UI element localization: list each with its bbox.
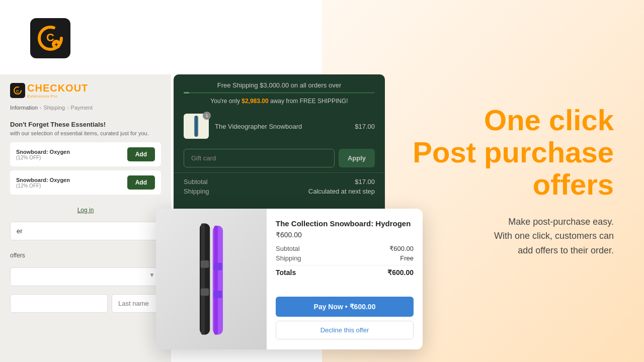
country-select[interactable] xyxy=(10,267,161,286)
modal-product-name: The Collection Snowboard: Hydrogen xyxy=(276,219,414,229)
svg-rect-11 xyxy=(214,226,218,335)
modal-grand-label: Totals xyxy=(276,268,296,277)
cart-subtotal-label: Subtotal xyxy=(184,178,208,186)
checkout-title: CHECKOUT xyxy=(27,82,88,94)
hero-line2: Post purchase xyxy=(403,136,614,168)
modal-product-price: ₹600.00 xyxy=(276,231,414,239)
shipping-away-label2: away from FREE SHIPPING! xyxy=(270,98,348,105)
product-name-1: Snowboard: Oxygen xyxy=(16,149,127,155)
checkout-logo: C CHECKOUT Extensions Pro xyxy=(10,82,88,99)
cart-snowboard-icon xyxy=(187,115,205,138)
svg-rect-9 xyxy=(201,223,205,335)
modal-subtotal-row: Subtotal ₹600.00 xyxy=(276,245,414,252)
svg-text:+: + xyxy=(54,41,58,48)
cart-item: 1 The Videographer Snowboard $17.00 xyxy=(174,109,385,144)
hero-subtitle-line2: With one click, customers can xyxy=(403,229,614,243)
modal-grand-row: Totals ₹600.00 xyxy=(276,268,414,277)
offers-label: offers xyxy=(10,252,25,259)
form-section xyxy=(0,218,171,248)
hero-subtitle-line1: Make post-purchase easy. xyxy=(403,215,614,229)
cart-shipping-value: Calculated at next step xyxy=(308,188,375,195)
add-button-1[interactable]: Add xyxy=(127,147,155,161)
gift-card-input[interactable] xyxy=(184,149,335,167)
apply-button[interactable]: Apply xyxy=(339,149,375,167)
post-purchase-modal: The Collection Snowboard: Hydrogen ₹600.… xyxy=(156,209,423,349)
product-info-1: Snowboard: Oxygen (12% OFF) xyxy=(16,149,127,160)
hero-subtitle-line3: add offers to their order. xyxy=(403,243,614,258)
modal-snowboard-icon xyxy=(171,219,252,339)
modal-actions: Pay Now • ₹600.00 Decline this offer xyxy=(276,297,414,339)
shipping-banner-text: Free Shipping $3,000.00 on all orders ov… xyxy=(184,81,375,89)
breadcrumb-sep1: › xyxy=(40,105,41,111)
hero-title: One click Post purchase offers xyxy=(403,104,614,200)
product-row-2: Snowboard: Oxygen (12% OFF) Add xyxy=(10,170,161,195)
breadcrumb-information[interactable]: Information xyxy=(10,105,38,111)
shipping-away-amount: $2,983.00 xyxy=(242,98,268,105)
cart-shipping-row: Shipping Calculated at next step xyxy=(184,188,375,195)
modal-shipping-row: Shipping Free xyxy=(276,254,414,262)
cart-totals: Subtotal $17.00 Shipping Calculated at n… xyxy=(174,172,385,202)
gift-card-row: Apply xyxy=(174,144,385,172)
offers-section: offers xyxy=(0,248,171,261)
svg-rect-15 xyxy=(214,291,222,298)
svg-rect-7 xyxy=(195,116,197,137)
svg-rect-13 xyxy=(201,288,209,296)
modal-grand-value: ₹600.00 xyxy=(387,268,414,277)
add-button-2[interactable]: Add xyxy=(127,175,155,190)
modal-shipping-value: Free xyxy=(400,254,414,262)
decline-offer-button[interactable]: Decline this offer xyxy=(276,321,414,339)
checkout-logo-icon: C xyxy=(10,83,25,98)
essentials-subtitle: with our selection of essential items, c… xyxy=(10,130,161,136)
shipping-away-text: You're only $2,983.00 away from FREE SHI… xyxy=(184,98,375,105)
product-row-1: Snowboard: Oxygen (12% OFF) Add xyxy=(10,142,161,166)
hero-subtitle: Make post-purchase easy. With one click,… xyxy=(403,215,614,258)
modal-shipping-label: Shipping xyxy=(276,254,301,262)
checkout-panel: C CHECKOUT Extensions Pro Information › … xyxy=(0,74,171,362)
logo-icon: C + xyxy=(35,23,65,53)
product-discount-1: (12% OFF) xyxy=(16,155,127,160)
product-name-2: Snowboard: Oxygen xyxy=(16,177,127,183)
shipping-banner: Free Shipping $3,000.00 on all orders ov… xyxy=(174,74,385,109)
essentials-title: Don't Forget These Essentials! xyxy=(10,121,161,128)
login-link[interactable]: Log in xyxy=(0,203,171,218)
shipping-progress-fill xyxy=(184,92,189,94)
modal-product-image xyxy=(156,209,267,349)
breadcrumb-sep2: › xyxy=(67,105,68,111)
shipping-away-label: You're only xyxy=(210,98,240,105)
cart-panel: Free Shipping $3,000.00 on all orders ov… xyxy=(174,74,385,215)
cart-subtotal-row: Subtotal $17.00 xyxy=(184,178,375,186)
checkout-subtitle: Extensions Pro xyxy=(27,94,88,99)
svg-rect-14 xyxy=(214,263,222,270)
breadcrumb: Information › Shipping › Payment xyxy=(0,103,171,117)
shipping-progress-bar xyxy=(184,92,375,94)
modal-content: The Collection Snowboard: Hydrogen ₹600.… xyxy=(267,209,423,349)
svg-rect-12 xyxy=(201,260,209,268)
hero-line1: One click xyxy=(403,104,614,136)
modal-subtotal-label: Subtotal xyxy=(276,245,300,252)
product-info-2: Snowboard: Oxygen (12% OFF) xyxy=(16,177,127,189)
cart-item-image: 1 xyxy=(184,114,209,139)
modal-totals: Subtotal ₹600.00 Shipping Free Totals ₹6… xyxy=(276,245,414,277)
cart-item-quantity: 1 xyxy=(203,112,211,120)
logo-box: C + xyxy=(30,18,70,58)
pay-now-button[interactable]: Pay Now • ₹600.00 xyxy=(276,297,414,317)
cart-subtotal-value: $17.00 xyxy=(355,178,375,186)
logo-container: C + xyxy=(30,18,70,58)
modal-subtotal-value: ₹600.00 xyxy=(389,245,414,252)
breadcrumb-payment[interactable]: Payment xyxy=(71,105,93,111)
product-discount-2: (12% OFF) xyxy=(16,183,127,189)
cart-item-name: The Videographer Snowboard xyxy=(215,123,349,130)
checkout-header: C CHECKOUT Extensions Pro xyxy=(0,74,171,103)
email-field[interactable] xyxy=(10,222,161,240)
first-name-field[interactable] xyxy=(10,294,108,313)
hero-line3: offers xyxy=(403,168,614,201)
breadcrumb-shipping[interactable]: Shipping xyxy=(43,105,65,111)
cart-shipping-label: Shipping xyxy=(184,188,209,195)
essentials-section: Don't Forget These Essentials! with our … xyxy=(0,117,171,203)
cart-item-price: $17.00 xyxy=(355,123,375,130)
svg-text:C: C xyxy=(16,89,19,94)
